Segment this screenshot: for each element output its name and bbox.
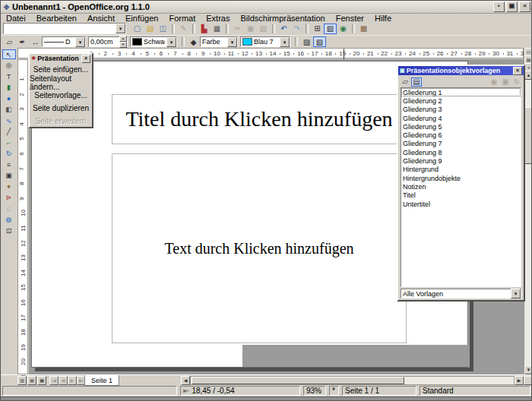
connector-tool-icon[interactable]: ⌐ — [2, 137, 16, 147]
fill-type-select-dropdown-icon[interactable]: ▾ — [227, 37, 237, 47]
open-icon[interactable]: ▤ — [144, 24, 157, 34]
style-item-gliederung-1[interactable]: Gliederung 1 — [401, 88, 521, 96]
line-width-spinner-up-icon[interactable]: ▴ — [119, 36, 127, 42]
update-style-icon[interactable]: ↻ — [511, 77, 522, 87]
next-page-icon[interactable]: ▶ — [68, 376, 77, 385]
area-fill-icon[interactable]: ◆ — [187, 36, 200, 47]
cut-icon[interactable]: ✂ — [231, 24, 244, 34]
style-item-hintergrundobjekte[interactable]: Hintergrundobjekte — [401, 174, 521, 182]
edit-points-icon[interactable]: ▱ — [3, 36, 16, 47]
style-item-gliederung-2[interactable]: Gliederung 2 — [401, 96, 521, 105]
save-icon[interactable]: ◫ — [157, 24, 169, 34]
line-color-select[interactable]: Schwarz▾ — [130, 36, 177, 47]
presentation-palette-titlebar[interactable]: ❖ Präsentation × — [30, 54, 92, 63]
style-item-gliederung-5[interactable]: Gliederung 5 — [401, 122, 521, 131]
print-icon[interactable]: ▦ — [211, 24, 223, 34]
status-zoom-field[interactable]: 93% — [303, 386, 326, 396]
undo-icon[interactable]: ↶ — [277, 24, 290, 34]
fill-format-mode-icon[interactable]: ◉ — [489, 77, 499, 87]
style-item-titel[interactable]: Titel — [401, 191, 521, 200]
palette-close-icon[interactable]: × — [81, 55, 90, 63]
navigator-icon[interactable]: ⊞ — [311, 24, 324, 34]
palette-item-seitenlayout-ndern[interactable]: Seitenlayout ändern... — [30, 76, 92, 89]
objects3d-tool-icon[interactable]: ◧ — [2, 105, 16, 115]
rotate-tool-icon[interactable]: ↻ — [2, 149, 16, 159]
style-item-gliederung-8[interactable]: Gliederung 8 — [401, 148, 521, 156]
line-style-select-dropdown-icon[interactable]: ▾ — [75, 37, 85, 47]
slide-view-icon[interactable]: ▦ — [37, 376, 46, 385]
horizontal-scrollbar[interactable] — [190, 376, 515, 385]
minimize-button[interactable]: ▪ — [493, 2, 505, 12]
align-tool-icon[interactable]: ≡ — [2, 159, 16, 169]
presentation-styles-icon[interactable]: ▤ — [411, 77, 422, 87]
fill-color-select[interactable]: Blau 7▾ — [240, 36, 290, 47]
line-color-select-dropdown-icon[interactable]: ▾ — [166, 37, 176, 47]
style-item-hintergrund[interactable]: Hintergrund — [401, 166, 521, 174]
title-placeholder[interactable]: Titel durch Klicken hinzufügen — [112, 94, 407, 144]
presentation-tool-icon[interactable]: ⊡ — [2, 226, 16, 235]
select-tool-icon[interactable]: ↖ — [2, 49, 16, 59]
effects-tool-icon[interactable]: ✦ — [2, 182, 16, 191]
first-page-icon[interactable]: |◀ — [49, 376, 59, 385]
fill-type-select[interactable]: Farbe▾ — [200, 36, 238, 47]
style-item-gliederung-9[interactable]: Gliederung 9 — [401, 156, 521, 165]
rectangle-tool-icon[interactable]: ▮ — [2, 83, 16, 93]
outline-view-icon[interactable]: ▤ — [27, 376, 36, 385]
restore-button[interactable]: ▣ — [506, 2, 518, 12]
zoom-tool-icon[interactable]: ◎ — [2, 61, 16, 71]
vertical-scroll-thumb[interactable] — [524, 107, 532, 164]
text-tool-icon[interactable]: T — [2, 71, 16, 81]
edit-file-icon[interactable]: ✎ — [177, 24, 190, 34]
scroll-down-icon[interactable]: ▼ — [524, 365, 532, 374]
new-document-icon[interactable]: ▢ — [131, 24, 144, 34]
drawing-view-icon[interactable]: ▥ — [17, 376, 27, 385]
export-pdf-icon[interactable]: ▙ — [198, 24, 211, 34]
style-item-gliederung-7[interactable]: Gliederung 7 — [401, 140, 521, 148]
palette-item-seite-duplizieren[interactable]: Seite duplizieren — [30, 102, 92, 115]
palette-item-seitenvorlage[interactable]: Seitenvorlage... — [30, 89, 92, 102]
page-tab[interactable]: Seite 1 — [84, 375, 119, 386]
hyperlink-icon[interactable]: ◉ — [337, 24, 350, 34]
stylist-filter-dropdown-icon[interactable]: ▾ — [511, 289, 521, 298]
stylist-filter-select[interactable]: Alle Vorlagen ▾ — [401, 289, 521, 298]
style-item-gliederung-3[interactable]: Gliederung 3 — [401, 106, 521, 114]
url-input[interactable] — [4, 24, 116, 33]
fill-color-select-dropdown-icon[interactable]: ▾ — [280, 37, 290, 47]
new-style-icon[interactable]: ▣ — [500, 77, 511, 87]
shadow-icon[interactable]: ▨ — [300, 36, 313, 47]
prev-page-icon[interactable]: ◀ — [59, 376, 68, 385]
line-icon[interactable]: ✒ — [16, 36, 29, 47]
close-button[interactable]: × — [519, 2, 530, 12]
paste-icon[interactable]: ▤ — [257, 24, 270, 34]
animation-tool-icon[interactable]: ◌ — [2, 204, 16, 213]
stylist-titlebar[interactable]: ▣ Präsentationsobjektvorlagen × — [398, 66, 524, 75]
style-item-gliederung-6[interactable]: Gliederung 6 — [401, 131, 521, 139]
redo-icon[interactable]: ↷ — [290, 24, 303, 34]
hscroll-left-icon[interactable]: ◀ — [181, 376, 190, 385]
url-combobox[interactable]: ▾ — [3, 23, 126, 34]
curve-tool-icon[interactable]: ∿ — [2, 115, 16, 125]
style-item-gliederung-4[interactable]: Gliederung 4 — [401, 114, 521, 122]
line-width-spinner-down-icon[interactable]: ▾ — [119, 42, 127, 48]
style-item-untertitel[interactable]: Untertitel — [401, 200, 521, 208]
gallery-icon[interactable]: ▩ — [357, 24, 370, 34]
line-style-select[interactable]: D▾ — [42, 36, 86, 47]
arrow-ends-icon[interactable]: ↔ — [29, 36, 42, 47]
scroll-up-icon[interactable]: ▲ — [524, 71, 532, 80]
line-tool-icon[interactable]: ╱ — [2, 127, 16, 137]
form-tool-icon[interactable]: ◍ — [2, 215, 16, 225]
graphics-styles-icon[interactable]: ▱ — [400, 77, 410, 87]
presentation-styles-toggle-icon[interactable]: ▧ — [313, 36, 326, 47]
arrange-tool-icon[interactable]: ▣ — [2, 171, 16, 181]
copy-icon[interactable]: ▣ — [244, 24, 257, 34]
vertical-ruler[interactable]: 123456789101112131415161718192021 — [17, 59, 28, 374]
hscroll-right-icon[interactable]: ▶ — [515, 376, 524, 385]
style-item-notizen[interactable]: Notizen — [401, 182, 521, 191]
url-dropdown-icon[interactable]: ▾ — [116, 24, 125, 33]
stylist-close-icon[interactable]: × — [513, 67, 522, 75]
ellipse-tool-icon[interactable]: ● — [2, 93, 16, 103]
line-width-spinner[interactable]: 0,00cm▴▾ — [88, 36, 128, 47]
interaction-tool-icon[interactable]: ⊳ — [2, 193, 16, 203]
body-placeholder[interactable]: Text durch Klicken hinzufügen — [112, 153, 407, 343]
stylist-icon[interactable]: ▧ — [324, 24, 337, 34]
